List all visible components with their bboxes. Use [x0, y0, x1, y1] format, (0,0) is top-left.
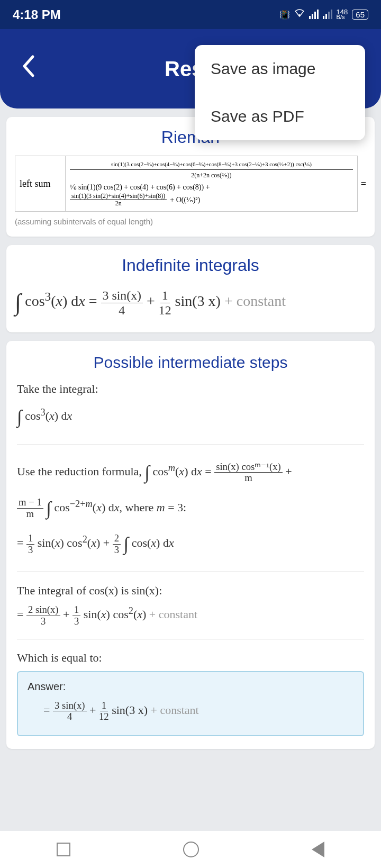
step1-text: Take the integral:	[17, 382, 364, 396]
signal-icon	[309, 10, 319, 19]
divider	[17, 445, 364, 445]
vibrate-icon: 📳	[279, 10, 290, 20]
steps-title: Possible intermediate steps	[17, 354, 364, 372]
divider-3	[17, 639, 364, 639]
equals-sign: =	[361, 178, 366, 189]
riemann-table: left sum sin(1)(3 cos(2−³⁄ₙ)+cos(4−³⁄ₙ)+…	[15, 156, 358, 212]
wifi-icon	[294, 9, 305, 20]
status-time: 4:18 PM	[13, 7, 61, 22]
step1-math: ∫ cos3(x) dx	[17, 401, 364, 433]
content-area[interactable]: Rieman left sum sin(1)(3 cos(2−³⁄ₙ)+cos(…	[0, 108, 381, 831]
context-menu: Save as image Save as PDF	[195, 45, 365, 140]
save-image-menuitem[interactable]: Save as image	[195, 45, 365, 93]
step2: Use the reduction formula, ∫ cosm(x) dx …	[17, 457, 364, 489]
save-pdf-menuitem[interactable]: Save as PDF	[195, 93, 365, 140]
indefinite-title: Indefinite integrals	[15, 256, 366, 275]
back-nav-button[interactable]	[312, 842, 324, 857]
recent-apps-button[interactable]	[57, 843, 70, 856]
status-bar: 4:18 PM 📳 148 B/s 65	[0, 0, 381, 29]
riemann-left-label: left sum	[15, 156, 66, 212]
svg-point-0	[298, 14, 301, 16]
divider-2	[17, 572, 364, 572]
answer-label: Answer:	[28, 681, 353, 693]
data-rate: 148 B/s	[337, 9, 348, 21]
riemann-formula: sin(1)(3 cos(2−³⁄ₙ)+cos(4−³⁄ₙ)+cos(6−³⁄ₙ…	[66, 156, 358, 212]
riemann-note: (assuming subintervals of equal length)	[15, 217, 366, 226]
step2-result: = 13 sin(x) cos2(x) + 23 ∫ cos(x) dx	[17, 528, 364, 560]
back-button[interactable]	[21, 55, 36, 83]
step2-line2: m − 1m ∫ cos−2+m(x) dx, where m = 3:	[17, 493, 364, 525]
home-button[interactable]	[183, 842, 199, 857]
answer-box: Answer: = 3 sin(x)4 + 112 sin(3 x) + con…	[17, 671, 364, 736]
signal-icon-2	[323, 10, 332, 19]
answer-equation: = 3 sin(x)4 + 112 sin(3 x) + constant	[28, 700, 353, 722]
indefinite-equation: ∫ cos3(x) dx = 3 sin(x)4 + 112 sin(3 x) …	[15, 284, 366, 322]
step3-math: = 2 sin(x)3 + 13 sin(x) cos2(x) + consta…	[17, 603, 364, 627]
steps-card: Possible intermediate steps Take the int…	[6, 341, 375, 749]
status-icons: 📳 148 B/s 65	[279, 9, 368, 21]
step3-text: The integral of cos(x) is sin(x):	[17, 584, 364, 598]
indefinite-card: Indefinite integrals ∫ cos3(x) dx = 3 si…	[6, 245, 375, 332]
battery-indicator: 65	[352, 10, 368, 20]
step4-text: Which is equal to:	[17, 651, 364, 665]
android-nav-bar	[0, 831, 381, 868]
